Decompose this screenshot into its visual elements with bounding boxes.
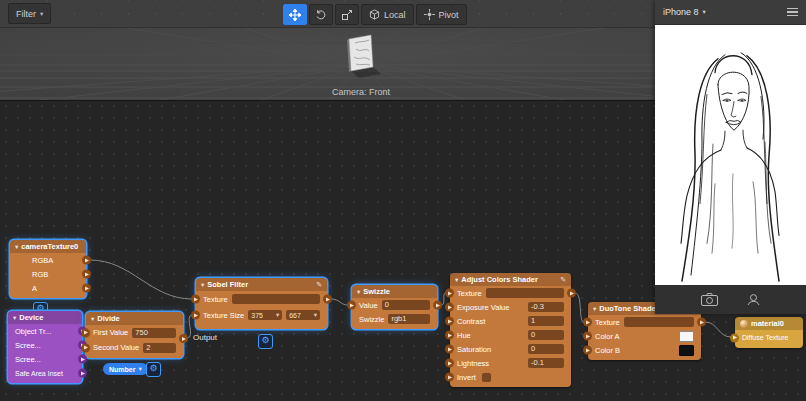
output-port-safe-area-inset[interactable]: [78, 369, 87, 378]
input-port-saturation[interactable]: [445, 345, 454, 354]
input-port-color-b[interactable]: [583, 346, 592, 355]
invert-checkbox[interactable]: [482, 373, 491, 382]
output-port-a[interactable]: [82, 284, 91, 293]
output-port-rgb[interactable]: [82, 270, 91, 279]
texture-slot[interactable]: [624, 317, 694, 327]
output-row: RGBA: [10, 253, 86, 267]
output-port-adjust[interactable]: [567, 289, 576, 298]
collapse-caret-icon[interactable]: ▾: [201, 281, 204, 289]
wire-duotone-to-material[interactable]: [705, 322, 731, 337]
node-settings-gear-icon[interactable]: ⚙: [146, 362, 161, 377]
filter-label: Filter: [16, 9, 36, 19]
input-port-lightness[interactable]: [445, 359, 454, 368]
hue-field[interactable]: 0: [528, 330, 564, 340]
input-port-texture[interactable]: [191, 295, 200, 304]
wire-sobel-to-swizzle[interactable]: [331, 299, 348, 305]
input-port-diffuse-texture[interactable]: [730, 333, 739, 342]
local-toggle-button[interactable]: Local: [361, 4, 414, 25]
input-port-texture[interactable]: [445, 289, 454, 298]
pivot-toggle-button[interactable]: Pivot: [416, 4, 467, 25]
input-port-second-value[interactable]: [81, 343, 90, 352]
collapse-caret-icon[interactable]: ▾: [357, 288, 360, 296]
scale-tool-button[interactable]: [335, 4, 359, 25]
texture-size-y-dropdown[interactable]: 667 ▾: [286, 310, 320, 320]
input-port-value[interactable]: [347, 301, 356, 310]
texture-slot[interactable]: [232, 294, 320, 304]
node-header[interactable]: ▾ cameraTexture0: [10, 240, 86, 253]
collapse-caret-icon[interactable]: ▾: [13, 314, 16, 322]
node-header[interactable]: ▾ Swizzle: [352, 285, 437, 298]
edit-shader-icon[interactable]: ✎: [316, 281, 322, 289]
exposure-field[interactable]: -0.3: [528, 302, 564, 312]
input-row: Invert: [450, 370, 571, 384]
input-port-exposure[interactable]: [445, 303, 454, 312]
node-device[interactable]: ▾ Device Object Tr... Scree... Scree... …: [8, 311, 82, 383]
input-port-invert[interactable]: [445, 373, 454, 382]
output-port-duotone[interactable]: [697, 318, 706, 327]
face-tracking-icon[interactable]: [746, 293, 761, 306]
caret-down-icon[interactable]: ▾: [703, 8, 706, 16]
swizzle-field[interactable]: rgb1: [388, 314, 430, 324]
first-value-field[interactable]: 750: [132, 328, 176, 338]
node-settings-gear-icon[interactable]: ⚙: [258, 334, 273, 349]
output-port-divide[interactable]: [179, 334, 188, 343]
second-value-field[interactable]: 2: [143, 343, 176, 353]
input-row: Lightness -0.1: [450, 356, 571, 370]
wire-adjust-to-duotone[interactable]: [575, 293, 584, 322]
collapse-caret-icon[interactable]: ▾: [15, 243, 18, 251]
value-type-dropdown[interactable]: Number ▾: [103, 363, 148, 375]
texture-slot[interactable]: [486, 288, 564, 298]
output-row: RGB: [10, 267, 86, 281]
output-port-sobel[interactable]: [323, 295, 332, 304]
output-port-screen-scale[interactable]: [78, 355, 87, 364]
menu-icon[interactable]: [787, 5, 798, 20]
device-selector-label[interactable]: iPhone 8: [663, 7, 699, 17]
wire-divide-to-sobel[interactable]: [187, 315, 192, 338]
node-title: material0: [751, 319, 784, 328]
input-port-color-a[interactable]: [583, 332, 592, 341]
caret-down-icon: ▾: [314, 311, 317, 319]
node-header[interactable]: ▾ Sobel Filter ✎: [196, 278, 327, 291]
texture-size-x-dropdown[interactable]: 375 ▾: [248, 310, 282, 320]
collapse-caret-icon[interactable]: ▾: [593, 305, 596, 313]
node-header[interactable]: ▾ Divide: [86, 312, 183, 325]
node-sobel-filter[interactable]: ▾ Sobel Filter ✎ Texture Texture Size 37…: [196, 278, 327, 329]
saturation-field[interactable]: 0: [528, 344, 564, 354]
node-header[interactable]: material0: [735, 317, 803, 330]
input-port-contrast[interactable]: [445, 317, 454, 326]
value-field[interactable]: 0: [382, 300, 430, 310]
wire-camera-to-sobel[interactable]: [90, 260, 192, 299]
move-tool-button[interactable]: [283, 4, 307, 25]
input-port-texture-size[interactable]: [191, 311, 200, 320]
input-port-hue[interactable]: [445, 331, 454, 340]
node-cameratexture0[interactable]: ▾ cameraTexture0 RGBA RGB A: [10, 240, 86, 298]
collapse-caret-icon[interactable]: ▾: [455, 276, 458, 284]
color-a-swatch[interactable]: [679, 331, 694, 342]
node-material0[interactable]: material0 Diffuse Texture: [735, 317, 803, 348]
output-port-rgba[interactable]: [82, 256, 91, 265]
node-adjust-colors[interactable]: ▾ Adjust Colors Shader ✎ Texture Exposur…: [450, 273, 571, 387]
contrast-field[interactable]: 1: [528, 316, 564, 326]
edit-shader-icon[interactable]: ✎: [560, 276, 566, 284]
input-port-first-value[interactable]: [81, 328, 90, 337]
node-title: Divide: [97, 314, 120, 323]
transform-tool-group: Local Pivot: [283, 4, 467, 25]
filter-dropdown[interactable]: Filter ▾: [8, 3, 51, 24]
port-label: RGB: [32, 270, 48, 279]
node-divide[interactable]: ▾ Divide First Value 750 Second Value 2: [86, 312, 183, 358]
scale-icon: [341, 9, 353, 21]
rotate-tool-button[interactable]: [309, 4, 333, 25]
node-header[interactable]: ▾ Device: [8, 311, 82, 324]
camera-plane-object[interactable]: [347, 35, 381, 78]
lightness-field[interactable]: -0.1: [528, 358, 564, 368]
local-axes-icon: [369, 9, 380, 20]
input-port-texture[interactable]: [583, 318, 592, 327]
node-swizzle[interactable]: ▾ Swizzle Value 0 Swizzle rgb1: [352, 285, 437, 329]
simulator-screen[interactable]: [655, 25, 806, 285]
collapse-caret-icon[interactable]: ▾: [91, 315, 94, 323]
camera-icon[interactable]: [701, 293, 718, 306]
output-port-swizzle[interactable]: [433, 301, 442, 310]
color-b-swatch[interactable]: [679, 345, 694, 356]
caret-down-icon: ▾: [276, 311, 279, 319]
node-header[interactable]: ▾ Adjust Colors Shader ✎: [450, 273, 571, 286]
